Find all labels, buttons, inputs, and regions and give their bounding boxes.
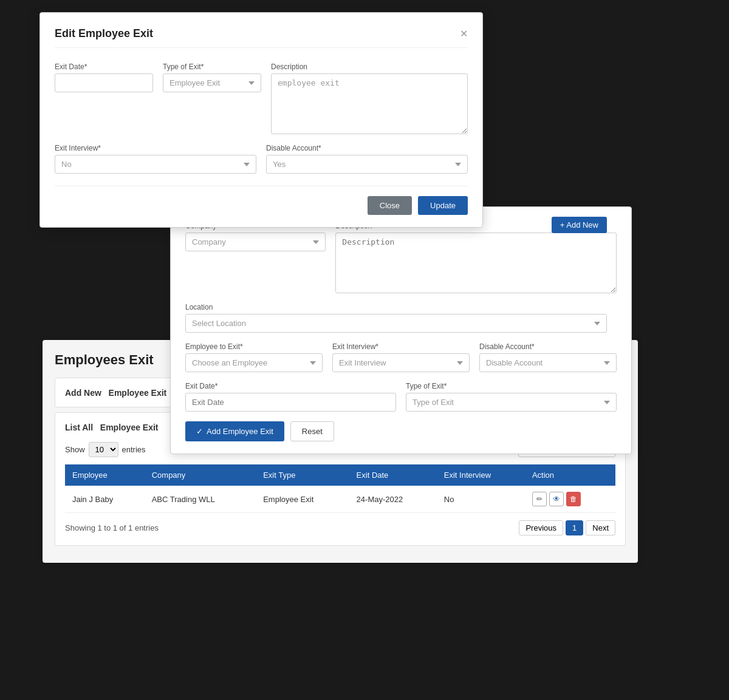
modal-header: Edit Employee Exit ✕: [55, 27, 468, 48]
exit-date-group: Exit Date* 2022-05-24: [55, 63, 153, 134]
employee-select[interactable]: Choose an Employee: [185, 353, 323, 372]
type-of-exit-label-form: Type of Exit*: [406, 382, 617, 390]
update-button[interactable]: Update: [418, 196, 468, 215]
cell-exit-interview: No: [437, 486, 525, 513]
exit-date-input-form[interactable]: [185, 393, 396, 412]
description-group-modal: Description employee exit: [271, 63, 468, 134]
form-row-4: Exit Date* Type of Exit* Type of Exit: [185, 382, 617, 412]
company-group: Company* Company: [185, 222, 326, 293]
table-row: Jain J Baby ABC Trading WLL Employee Exi…: [65, 486, 615, 513]
type-of-exit-select-form[interactable]: Type of Exit: [406, 393, 617, 412]
edit-modal: Edit Employee Exit ✕ Exit Date* 2022-05-…: [39, 12, 483, 228]
exit-date-input[interactable]: 2022-05-24: [55, 73, 153, 92]
company-select[interactable]: Company: [185, 233, 326, 251]
modal-row-1: Exit Date* 2022-05-24 Type of Exit* Empl…: [55, 63, 468, 134]
description-textarea[interactable]: [335, 233, 617, 293]
add-new-suffix: Employee Exit: [109, 388, 167, 398]
disable-account-group-form: Disable Account* Disable Account: [479, 342, 617, 372]
employee-exit-table: Employee Company Exit Type Exit Date Exi…: [65, 464, 615, 513]
modal-close-button[interactable]: ✕: [460, 29, 468, 39]
view-button[interactable]: 👁: [549, 492, 564, 506]
page-1-button[interactable]: 1: [566, 520, 583, 535]
col-exit-interview: Exit Interview: [437, 464, 525, 486]
form-actions: ✓ Add Employee Exit Reset: [185, 421, 617, 441]
cell-action: ✏ 👁 🗑: [525, 486, 615, 513]
add-new-label: Add New: [65, 388, 101, 398]
cell-employee: Jain J Baby: [65, 486, 145, 513]
entries-label: entries: [122, 445, 146, 454]
checkmark-icon: ✓: [196, 427, 203, 436]
reset-button[interactable]: Reset: [290, 421, 334, 441]
prev-button[interactable]: Previous: [519, 520, 563, 535]
pagination: Previous 1 Next: [519, 520, 615, 535]
exit-interview-select-form[interactable]: Exit Interview: [332, 353, 470, 372]
table-header-row: Employee Company Exit Type Exit Date Exi…: [65, 464, 615, 486]
add-new-header-text: Add New Employee Exit: [65, 388, 166, 398]
description-label-modal: Description: [271, 63, 468, 71]
modal-row-2: Exit Interview* No Yes Disable Account* …: [55, 144, 468, 174]
type-of-exit-label: Type of Exit*: [163, 63, 261, 71]
description-textarea-modal[interactable]: employee exit: [271, 73, 468, 134]
add-new-form-button[interactable]: + Add New: [552, 217, 607, 233]
show-label: Show: [65, 445, 85, 454]
type-of-exit-group-form: Type of Exit* Type of Exit: [406, 382, 617, 412]
col-action: Action: [525, 464, 615, 486]
location-select[interactable]: Select Location: [185, 314, 607, 333]
form-row-2: Location Select Location: [185, 303, 617, 333]
modal-footer: Close Update: [55, 186, 468, 215]
col-company: Company: [145, 464, 256, 486]
table-footer: Showing 1 to 1 of 1 entries Previous 1 N…: [65, 520, 615, 535]
exit-date-label-form: Exit Date*: [185, 382, 396, 390]
disable-account-label: Disable Account*: [266, 144, 468, 152]
exit-interview-label: Exit Interview*: [55, 144, 256, 152]
col-exit-type: Exit Type: [256, 464, 349, 486]
action-icons: ✏ 👁 🗑: [532, 492, 608, 506]
cell-company: ABC Trading WLL: [145, 486, 256, 513]
entries-select[interactable]: 10 25 50: [89, 442, 118, 457]
type-of-exit-group: Type of Exit* Employee Exit Resigned Ter…: [163, 63, 261, 134]
show-entries: Show 10 25 50 entries: [65, 442, 146, 457]
cell-exit-date: 24-May-2022: [349, 486, 437, 513]
employee-group: Employee to Exit* Choose an Employee: [185, 342, 323, 372]
col-exit-date: Exit Date: [349, 464, 437, 486]
location-group: Location Select Location: [185, 303, 607, 333]
employee-label: Employee to Exit*: [185, 342, 323, 351]
disable-account-group: Disable Account* Yes No: [266, 144, 468, 174]
exit-interview-group: Exit Interview* No Yes: [55, 144, 256, 174]
close-button[interactable]: Close: [368, 196, 412, 215]
type-of-exit-select[interactable]: Employee Exit Resigned Terminated: [163, 73, 261, 92]
exit-interview-label-form: Exit Interview*: [332, 342, 470, 351]
exit-date-group-form: Exit Date*: [185, 382, 396, 412]
form-row-3: Employee to Exit* Choose an Employee Exi…: [185, 342, 617, 372]
modal-title: Edit Employee Exit: [55, 27, 153, 40]
delete-button[interactable]: 🗑: [566, 492, 581, 506]
exit-interview-select[interactable]: No Yes: [55, 155, 256, 174]
col-employee: Employee: [65, 464, 145, 486]
exit-interview-group-form: Exit Interview* Exit Interview: [332, 342, 470, 372]
disable-account-select-form[interactable]: Disable Account: [479, 353, 617, 372]
add-employee-exit-button[interactable]: ✓ Add Employee Exit: [185, 421, 284, 441]
disable-account-select[interactable]: Yes No: [266, 155, 468, 174]
cell-exit-type: Employee Exit: [256, 486, 349, 513]
footer-text: Showing 1 to 1 of 1 entries: [65, 523, 159, 532]
disable-account-label-form: Disable Account*: [479, 342, 617, 351]
location-label: Location: [185, 303, 607, 311]
add-form-layer: + Add New Company* Company Description L…: [170, 206, 632, 454]
next-button[interactable]: Next: [586, 520, 615, 535]
edit-button[interactable]: ✏: [532, 492, 547, 506]
exit-date-label: Exit Date*: [55, 63, 153, 71]
